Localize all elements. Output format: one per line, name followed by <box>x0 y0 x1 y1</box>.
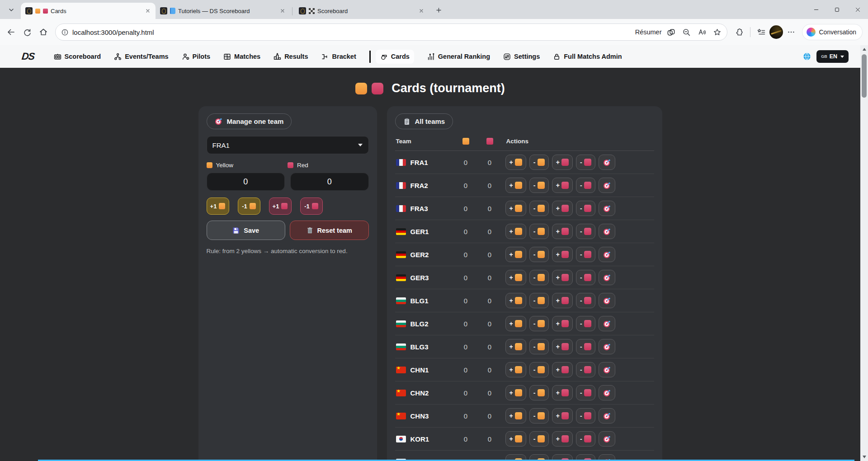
plus-one-red-button[interactable]: +1 <box>269 198 292 215</box>
remove-yellow-button[interactable]: - <box>529 316 549 331</box>
more-menu-icon[interactable] <box>783 24 799 40</box>
remove-yellow-button[interactable]: - <box>529 362 549 377</box>
tab-search-button[interactable] <box>4 3 19 17</box>
remove-red-button[interactable]: - <box>576 201 595 216</box>
nav-item-settings[interactable]: Settings <box>503 53 540 61</box>
manage-team-button[interactable] <box>599 362 615 377</box>
scroll-down-arrow[interactable] <box>860 453 868 461</box>
add-yellow-button[interactable]: + <box>505 155 526 170</box>
maximize-button[interactable] <box>826 0 847 19</box>
remove-yellow-button[interactable]: - <box>529 178 549 193</box>
manage-team-button[interactable] <box>599 270 615 285</box>
url-text[interactable]: localhost:3000/penalty.html <box>72 28 635 36</box>
copilot-conversation-button[interactable]: Conversation <box>802 24 863 40</box>
add-red-button[interactable]: + <box>552 247 573 262</box>
add-red-button[interactable]: + <box>552 201 573 216</box>
remove-red-button[interactable]: - <box>576 362 595 377</box>
remove-red-button[interactable]: - <box>576 155 595 170</box>
add-red-button[interactable]: + <box>552 178 573 193</box>
new-tab-button[interactable] <box>432 3 445 17</box>
favorite-star-icon[interactable] <box>711 25 724 39</box>
team-select[interactable]: FRA1 <box>207 136 369 154</box>
add-red-button[interactable]: + <box>552 270 573 285</box>
remove-red-button[interactable]: - <box>576 293 595 308</box>
manage-team-button[interactable] <box>599 155 615 170</box>
remove-red-button[interactable]: - <box>576 316 595 331</box>
refresh-button[interactable] <box>19 24 35 40</box>
browser-tab-cards[interactable]: Cards <box>21 3 156 19</box>
manage-team-button[interactable] <box>599 431 615 447</box>
add-yellow-button[interactable]: + <box>505 385 526 400</box>
manage-team-button[interactable] <box>599 316 615 331</box>
add-yellow-button[interactable]: + <box>505 362 526 377</box>
scrollbar-thumb[interactable] <box>862 54 867 98</box>
nav-item-bracket[interactable]: Bracket <box>321 53 356 61</box>
extensions-icon[interactable] <box>731 24 747 40</box>
favorites-bar-icon[interactable] <box>753 24 769 40</box>
tab-close-button[interactable] <box>417 7 425 15</box>
close-window-button[interactable] <box>847 0 868 19</box>
info-icon[interactable] <box>61 28 69 36</box>
nav-item-full-matchs-admin[interactable]: Full Matchs Admin <box>553 53 622 61</box>
plus-one-yellow-button[interactable]: +1 <box>207 198 229 215</box>
manage-team-button[interactable] <box>599 408 615 423</box>
add-red-button[interactable]: + <box>552 155 573 170</box>
remove-yellow-button[interactable]: - <box>529 293 549 308</box>
browser-tab-tutoriels[interactable]: Tutoriels — DS Scoreboard <box>156 3 290 19</box>
manage-team-button[interactable] <box>599 293 615 308</box>
home-button[interactable] <box>35 24 52 40</box>
add-yellow-button[interactable]: + <box>505 270 526 285</box>
ds-logo[interactable]: DS <box>21 51 35 62</box>
nav-item-matches[interactable]: Matches <box>223 53 260 61</box>
add-red-button[interactable]: + <box>552 316 573 331</box>
remove-yellow-button[interactable]: - <box>529 339 549 354</box>
add-yellow-button[interactable]: + <box>505 339 526 354</box>
nav-item-cards[interactable]: Cards <box>376 50 414 64</box>
remove-yellow-button[interactable]: - <box>529 431 549 447</box>
remove-yellow-button[interactable]: - <box>529 155 549 170</box>
add-yellow-button[interactable]: + <box>505 201 526 216</box>
minus-one-yellow-button[interactable]: -1 <box>238 198 260 215</box>
remove-red-button[interactable]: - <box>576 385 595 400</box>
manage-team-button[interactable] <box>599 247 615 262</box>
add-yellow-button[interactable]: + <box>505 408 526 423</box>
minus-one-red-button[interactable]: -1 <box>300 198 323 215</box>
nav-item-general-ranking[interactable]: General Ranking <box>427 53 490 61</box>
copilot-summarize-icon[interactable] <box>665 25 678 39</box>
nav-item-pilots[interactable]: Pilots <box>182 53 210 61</box>
profile-avatar[interactable] <box>769 25 783 39</box>
remove-red-button[interactable]: - <box>576 339 595 354</box>
manage-team-button[interactable] <box>599 178 615 193</box>
remove-yellow-button[interactable]: - <box>529 408 549 423</box>
add-yellow-button[interactable]: + <box>505 224 526 239</box>
zoom-out-icon[interactable] <box>680 25 693 39</box>
language-selector[interactable]: GB EN <box>816 50 849 63</box>
save-button[interactable]: Save <box>207 221 286 240</box>
add-yellow-button[interactable]: + <box>505 247 526 262</box>
red-count-field[interactable]: 0 <box>290 173 369 191</box>
remove-red-button[interactable]: - <box>576 270 595 285</box>
remove-yellow-button[interactable]: - <box>529 385 549 400</box>
nav-item-events-teams[interactable]: Events/Teams <box>114 53 168 61</box>
nav-item-scoreboard[interactable]: Scoreboard <box>54 53 101 61</box>
manage-team-button[interactable] <box>599 339 615 354</box>
add-red-button[interactable]: + <box>552 339 573 354</box>
manage-team-button[interactable] <box>599 385 615 400</box>
remove-red-button[interactable]: - <box>576 431 595 447</box>
manage-team-button[interactable] <box>599 224 615 239</box>
minimize-button[interactable] <box>806 0 826 19</box>
summarize-label[interactable]: Résumer <box>635 28 662 36</box>
add-red-button[interactable]: + <box>552 408 573 423</box>
add-red-button[interactable]: + <box>552 362 573 377</box>
tab-close-button[interactable] <box>278 7 287 15</box>
remove-red-button[interactable]: - <box>576 408 595 423</box>
remove-yellow-button[interactable]: - <box>529 224 549 239</box>
tab-close-button[interactable] <box>144 7 152 15</box>
reset-team-button[interactable]: Reset team <box>290 221 369 240</box>
browser-scrollbar[interactable] <box>860 45 868 461</box>
add-red-button[interactable]: + <box>552 224 573 239</box>
remove-red-button[interactable]: - <box>576 178 595 193</box>
remove-red-button[interactable]: - <box>576 247 595 262</box>
remove-yellow-button[interactable]: - <box>529 247 549 262</box>
globe-icon[interactable] <box>802 52 811 61</box>
